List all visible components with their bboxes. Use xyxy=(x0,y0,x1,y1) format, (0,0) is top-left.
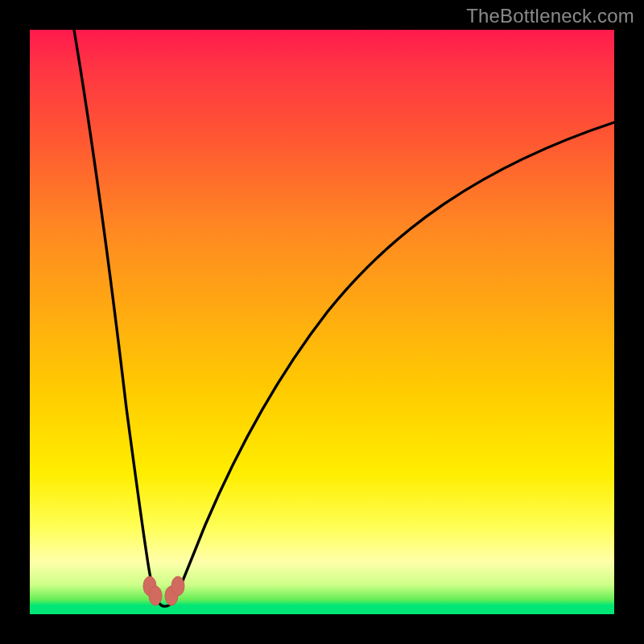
chart-frame: TheBottleneck.com xyxy=(0,0,644,644)
curve-left-branch xyxy=(74,30,156,598)
cusp-marker xyxy=(171,576,184,596)
curve-right-branch xyxy=(175,122,614,598)
cusp-marker xyxy=(149,586,162,605)
bottleneck-curve xyxy=(30,30,614,614)
cusp-markers xyxy=(143,576,184,605)
watermark-text: TheBottleneck.com xyxy=(466,5,634,27)
